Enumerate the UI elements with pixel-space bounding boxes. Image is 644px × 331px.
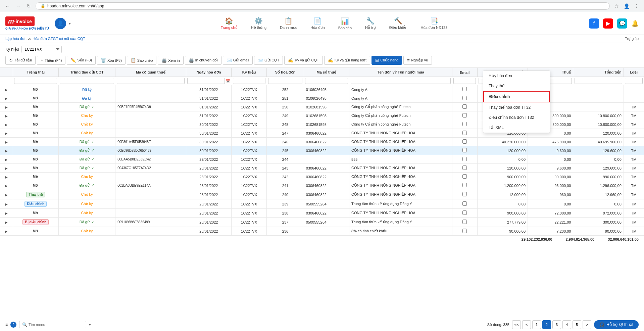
filter-ma-cq[interactable] (115, 77, 186, 85)
nav-trang-chu[interactable]: 🏠 Trang chủ (214, 15, 244, 31)
expand-button[interactable]: ▶ (4, 97, 8, 100)
chuc-nang-button[interactable]: ⊞ Chức năng (371, 56, 402, 65)
expand-button[interactable]: ▶ (4, 132, 8, 135)
filter-gui-cqt[interactable] (58, 77, 115, 85)
nav-hoa-don-nd123[interactable]: 📑 Hóa đơn NĐ123 (414, 15, 454, 31)
nav-bao-cao[interactable]: 📊 Báo cáo (332, 16, 358, 31)
email-checkbox[interactable] (462, 201, 467, 206)
table-row[interactable]: ▶ Mới Đã gửi ✓ 004367C185F7A74D2 28/01/2… (0, 164, 644, 173)
filter-email[interactable] (452, 77, 477, 85)
back-button[interactable]: ← (3, 2, 11, 10)
ky-hieu-select[interactable]: 1C22TVX (21, 46, 62, 53)
dropdown-thay-the[interactable]: Thay thế (483, 81, 550, 91)
breadcrumb-lap-hoa-don[interactable]: Lập hóa đơn (5, 37, 27, 41)
filter-trang-thai-input[interactable] (14, 78, 57, 84)
xem-in-button[interactable]: 🖨️ Xem in (158, 56, 183, 65)
forward-button[interactable]: → (14, 2, 22, 10)
user-dropdown-arrow[interactable]: ▾ (69, 21, 71, 26)
expand-button[interactable]: ▶ (4, 230, 8, 233)
table-row[interactable]: ▶ Thay thế Chờ ký 28/01/2022 1C22TVX 240… (0, 190, 644, 199)
address-bar[interactable]: 🔒 hoadon.minvoice.com.vn/#!/app (36, 2, 610, 10)
profile-button[interactable]: 👤 (623, 2, 631, 10)
expand-button[interactable]: ▶ (4, 140, 8, 144)
expand-cell[interactable]: ▶ (0, 218, 13, 227)
dropdown-tai-xml[interactable]: Tải XML (483, 123, 550, 133)
table-row[interactable]: ▶ Mới Đã gửi ✓ 00E096D25DD650439 30/01/2… (0, 146, 644, 155)
facebook-icon[interactable]: f (589, 18, 599, 29)
email-checkbox[interactable] (462, 166, 467, 170)
nghiep-vu-button[interactable]: ≡ Nghiệp vụ (403, 56, 432, 65)
expand-cell[interactable]: ▶ (0, 85, 13, 94)
notification-bell[interactable]: 🔔 (631, 20, 639, 27)
email-checkbox[interactable] (462, 139, 467, 144)
dropdown-dieu-chinh[interactable]: Điều chỉnh (484, 92, 549, 102)
expand-button[interactable]: ▶ (4, 123, 8, 127)
filter-so-hd[interactable] (267, 77, 304, 85)
expand-cell[interactable]: ▶ (0, 103, 13, 111)
expand-cell[interactable]: ▶ (0, 173, 13, 181)
xoa-button[interactable]: 🗑️ Xóa (F8) (97, 56, 126, 65)
tai-du-lieu-button[interactable]: ↻ Tải dữ liệu (5, 56, 36, 65)
filter-tong-tien-input[interactable] (575, 78, 622, 84)
help-link[interactable]: Trợ giúp (625, 37, 639, 41)
sua-button[interactable]: ✏️ Sửa (F3) (67, 56, 96, 65)
filter-ngay-input[interactable] (187, 78, 225, 84)
table-row[interactable]: ▶ Mới Chờ ký 28/01/2022 1C22TVX 242 0306… (0, 173, 644, 181)
youtube-icon[interactable]: ▶ (603, 18, 613, 29)
email-checkbox[interactable] (462, 113, 467, 117)
expand-button[interactable]: ▶ (4, 193, 8, 197)
expand-cell[interactable]: ▶ (0, 181, 13, 190)
filter-loai-input[interactable] (625, 78, 642, 84)
expand-cell[interactable]: ▶ (0, 94, 13, 103)
expand-cell[interactable]: ▶ (0, 129, 13, 138)
email-checkbox[interactable] (462, 148, 467, 152)
expand-cell[interactable]: ▶ (0, 111, 13, 120)
them-button[interactable]: + Thêm (F4) (37, 56, 65, 65)
filter-trang-thai[interactable] (13, 77, 58, 85)
nav-dieu-khien[interactable]: 🔨 Điều khiển (383, 15, 414, 31)
dropdown-huy-hoa-don[interactable]: Hủy hóa đơn (483, 71, 550, 81)
dropdown-dieu-chinh-tt32[interactable]: Điều chỉnh hóa đơn TT32 (483, 112, 550, 123)
nav-hoa-don[interactable]: 📄 Hóa đơn (304, 15, 331, 31)
email-checkbox[interactable] (462, 229, 467, 233)
filter-email-input[interactable] (453, 78, 476, 84)
email-checkbox[interactable] (462, 192, 467, 196)
expand-button[interactable]: ▶ (4, 158, 8, 161)
ky-gui-cqt-button[interactable]: ✍️ Ký và gửi CQT (284, 56, 323, 65)
expand-cell[interactable]: ▶ (0, 199, 13, 209)
filter-ma-cq-input[interactable] (117, 78, 185, 84)
user-avatar[interactable]: 👤 (55, 18, 66, 29)
email-checkbox[interactable] (462, 104, 467, 109)
email-checkbox[interactable] (462, 183, 467, 187)
email-checkbox[interactable] (462, 210, 467, 215)
dropdown-thay-the-tt32[interactable]: Thay thế hóa đơn TT32 (483, 102, 550, 112)
nav-ho-tro[interactable]: 🔧 Hỗ trợ (358, 15, 383, 31)
expand-cell[interactable]: ▶ (0, 209, 13, 218)
nav-danh-muc[interactable]: 📋 Danh mục (273, 15, 304, 31)
expand-cell[interactable]: ▶ (0, 227, 13, 236)
expand-button[interactable]: ▶ (4, 88, 8, 92)
filter-mst-input[interactable] (305, 78, 348, 84)
email-checkbox[interactable] (462, 220, 467, 224)
email-checkbox[interactable] (462, 122, 467, 126)
expand-button[interactable]: ▶ (4, 211, 8, 215)
refresh-button[interactable]: ↻ (25, 2, 33, 10)
breadcrumb-hoa-don-gtgt[interactable]: Hóa đơn GTGT có mã của CQT (33, 37, 85, 41)
expand-button[interactable]: ▶ (4, 167, 8, 170)
calendar-icon[interactable]: 📅 (226, 79, 230, 83)
expand-cell[interactable]: ▶ (0, 120, 13, 129)
gui-cqt-button[interactable]: 📨 Gửi CQT (254, 56, 283, 65)
filter-tong-tien[interactable] (573, 77, 624, 85)
email-checkbox[interactable] (462, 96, 467, 100)
table-row[interactable]: ▶ Mới Chờ ký 28/01/2022 1C22TVX 238 0306… (0, 209, 644, 218)
filter-ngay[interactable]: 📅 (186, 77, 231, 85)
table-row[interactable]: ▶ Điều chỉnh Chờ ký 28/01/2022 1C22TVX 2… (0, 199, 644, 209)
gui-email-button[interactable]: ✉️ Gửi email (223, 56, 253, 65)
expand-button[interactable]: ▶ (4, 149, 8, 153)
chat-icon[interactable]: 💬 (617, 18, 627, 29)
nav-he-thong[interactable]: ⚙️ Hệ thống (244, 15, 273, 31)
email-checkbox[interactable] (462, 157, 467, 161)
email-checkbox[interactable] (462, 174, 467, 179)
expand-button[interactable]: ▶ (4, 175, 8, 179)
table-row[interactable]: ▶ Mới Chờ ký 28/01/2022 1C22TVX 236 8% c… (0, 227, 644, 236)
